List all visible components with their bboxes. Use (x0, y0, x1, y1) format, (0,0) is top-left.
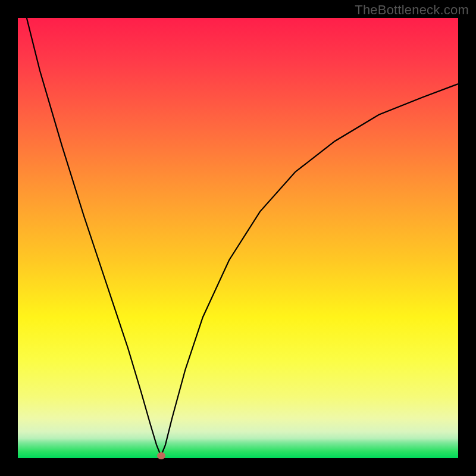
chart-frame (18, 18, 458, 458)
watermark-text: TheBottleneck.com (355, 2, 469, 18)
plot-area (18, 18, 458, 458)
bottleneck-curve (18, 18, 458, 458)
minimum-marker (157, 452, 165, 459)
